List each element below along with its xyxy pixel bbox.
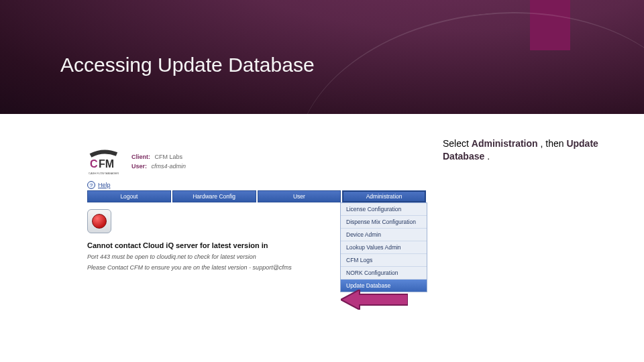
- menu-license-configuration[interactable]: License Configuration: [341, 203, 427, 216]
- user-label: User:: [131, 163, 147, 170]
- svg-marker-3: [341, 290, 408, 310]
- svg-text:FM: FM: [99, 158, 114, 170]
- tab-user[interactable]: User: [258, 190, 341, 202]
- logo-row: C FM CASH FLOW MANAGER Client: CFM Labs …: [87, 147, 426, 176]
- client-label: Client:: [131, 154, 150, 160]
- help-icon: ?: [87, 181, 95, 189]
- record-dot-icon: [92, 214, 107, 229]
- client-user-info: Client: CFM Labs User: cfms4-admin: [131, 154, 186, 170]
- instruction-mid: , then: [540, 138, 566, 149]
- menu-cfm-logs[interactable]: CFM Logs: [341, 254, 427, 267]
- help-label: Help: [98, 182, 111, 188]
- user-value: cfms4-admin: [152, 163, 186, 170]
- svg-text:CASH FLOW MANAGER: CASH FLOW MANAGER: [89, 172, 119, 175]
- menu-device-admin[interactable]: Device Admin: [341, 229, 427, 241]
- slide-header: Accessing Update Database: [0, 0, 644, 114]
- cfm-logo-icon: C FM CASH FLOW MANAGER: [87, 147, 125, 176]
- tab-logout[interactable]: Logout: [87, 190, 171, 202]
- app-screenshot: C FM CASH FLOW MANAGER Client: CFM Labs …: [87, 147, 426, 271]
- instruction-prefix: Select: [443, 138, 472, 149]
- client-value: CFM Labs: [155, 154, 183, 160]
- menu-lookup-values-admin[interactable]: Lookup Values Admin: [341, 241, 427, 254]
- menu-nork-configuration[interactable]: NORK Configuration: [341, 267, 427, 280]
- instruction-text: Select Administration , then Update Data…: [443, 137, 617, 163]
- nav-tabs: Logout Hardware Config User Administrati…: [87, 190, 426, 202]
- tab-hardware-config[interactable]: Hardware Config: [172, 190, 256, 202]
- menu-dispense-mix-configuration[interactable]: Dispense Mix Configuration: [341, 216, 427, 229]
- help-link[interactable]: ? Help: [87, 181, 426, 189]
- instruction-suffix: .: [487, 151, 490, 162]
- administration-dropdown: License Configuration Dispense Mix Confi…: [340, 202, 427, 292]
- tab-administration[interactable]: Administration: [342, 190, 426, 202]
- callout-arrow-icon: [341, 290, 408, 310]
- instruction-keyword-1: Administration: [472, 138, 538, 149]
- slide-title: Accessing Update Database: [60, 54, 315, 76]
- svg-text:C: C: [90, 158, 98, 170]
- record-icon: [87, 209, 111, 233]
